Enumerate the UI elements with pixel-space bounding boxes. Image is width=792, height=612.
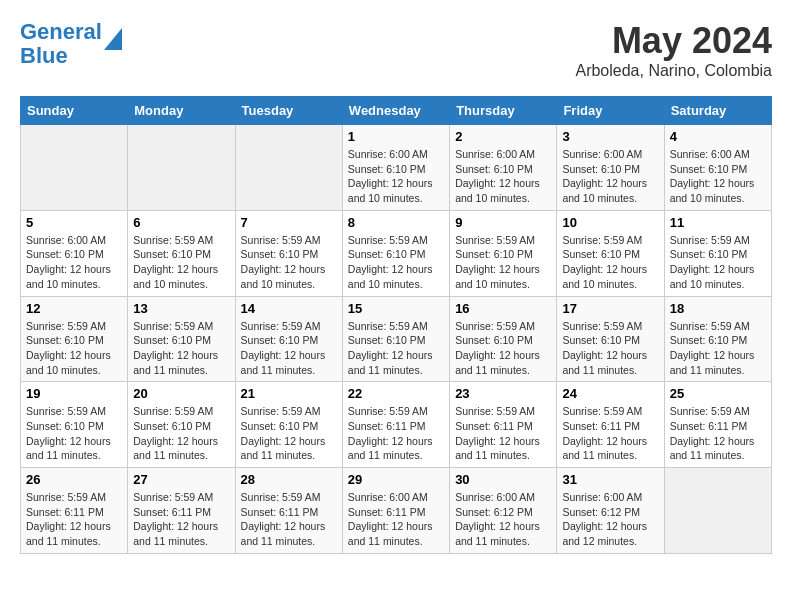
day-info: Sunrise: 5:59 AMSunset: 6:11 PMDaylight:… — [241, 490, 337, 549]
calendar-cell: 22Sunrise: 5:59 AMSunset: 6:11 PMDayligh… — [342, 382, 449, 468]
weekday-header: Sunday — [21, 97, 128, 125]
day-info: Sunrise: 5:59 AMSunset: 6:10 PMDaylight:… — [241, 319, 337, 378]
day-info: Sunrise: 5:59 AMSunset: 6:10 PMDaylight:… — [670, 233, 766, 292]
logo-bird-icon — [104, 28, 122, 50]
calendar-cell: 21Sunrise: 5:59 AMSunset: 6:10 PMDayligh… — [235, 382, 342, 468]
calendar-cell: 13Sunrise: 5:59 AMSunset: 6:10 PMDayligh… — [128, 296, 235, 382]
day-number: 25 — [670, 386, 766, 401]
calendar-cell: 5Sunrise: 6:00 AMSunset: 6:10 PMDaylight… — [21, 210, 128, 296]
day-info: Sunrise: 5:59 AMSunset: 6:10 PMDaylight:… — [562, 233, 658, 292]
page-header: GeneralBlue May 2024 Arboleda, Narino, C… — [20, 20, 772, 80]
day-info: Sunrise: 6:00 AMSunset: 6:12 PMDaylight:… — [562, 490, 658, 549]
day-number: 16 — [455, 301, 551, 316]
day-number: 1 — [348, 129, 444, 144]
day-info: Sunrise: 6:00 AMSunset: 6:10 PMDaylight:… — [670, 147, 766, 206]
calendar-week-row: 26Sunrise: 5:59 AMSunset: 6:11 PMDayligh… — [21, 468, 772, 554]
day-number: 8 — [348, 215, 444, 230]
day-number: 9 — [455, 215, 551, 230]
calendar-cell: 11Sunrise: 5:59 AMSunset: 6:10 PMDayligh… — [664, 210, 771, 296]
day-number: 3 — [562, 129, 658, 144]
title-block: May 2024 Arboleda, Narino, Colombia — [575, 20, 772, 80]
day-info: Sunrise: 5:59 AMSunset: 6:11 PMDaylight:… — [133, 490, 229, 549]
day-info: Sunrise: 5:59 AMSunset: 6:11 PMDaylight:… — [562, 404, 658, 463]
calendar-week-row: 1Sunrise: 6:00 AMSunset: 6:10 PMDaylight… — [21, 125, 772, 211]
day-info: Sunrise: 5:59 AMSunset: 6:11 PMDaylight:… — [26, 490, 122, 549]
calendar-cell: 7Sunrise: 5:59 AMSunset: 6:10 PMDaylight… — [235, 210, 342, 296]
calendar-cell — [664, 468, 771, 554]
logo: GeneralBlue — [20, 20, 122, 68]
day-info: Sunrise: 5:59 AMSunset: 6:10 PMDaylight:… — [133, 233, 229, 292]
day-info: Sunrise: 5:59 AMSunset: 6:10 PMDaylight:… — [670, 319, 766, 378]
calendar-cell: 8Sunrise: 5:59 AMSunset: 6:10 PMDaylight… — [342, 210, 449, 296]
day-info: Sunrise: 5:59 AMSunset: 6:11 PMDaylight:… — [670, 404, 766, 463]
day-info: Sunrise: 6:00 AMSunset: 6:11 PMDaylight:… — [348, 490, 444, 549]
day-number: 27 — [133, 472, 229, 487]
day-info: Sunrise: 5:59 AMSunset: 6:10 PMDaylight:… — [455, 319, 551, 378]
calendar-cell: 2Sunrise: 6:00 AMSunset: 6:10 PMDaylight… — [450, 125, 557, 211]
day-info: Sunrise: 5:59 AMSunset: 6:10 PMDaylight:… — [562, 319, 658, 378]
day-number: 24 — [562, 386, 658, 401]
day-number: 21 — [241, 386, 337, 401]
day-info: Sunrise: 5:59 AMSunset: 6:10 PMDaylight:… — [26, 319, 122, 378]
day-info: Sunrise: 6:00 AMSunset: 6:10 PMDaylight:… — [26, 233, 122, 292]
day-info: Sunrise: 6:00 AMSunset: 6:12 PMDaylight:… — [455, 490, 551, 549]
day-number: 28 — [241, 472, 337, 487]
day-number: 19 — [26, 386, 122, 401]
day-number: 10 — [562, 215, 658, 230]
day-info: Sunrise: 5:59 AMSunset: 6:11 PMDaylight:… — [348, 404, 444, 463]
calendar-cell — [21, 125, 128, 211]
day-number: 17 — [562, 301, 658, 316]
calendar-cell: 3Sunrise: 6:00 AMSunset: 6:10 PMDaylight… — [557, 125, 664, 211]
calendar-cell — [235, 125, 342, 211]
calendar-cell: 19Sunrise: 5:59 AMSunset: 6:10 PMDayligh… — [21, 382, 128, 468]
calendar-cell: 31Sunrise: 6:00 AMSunset: 6:12 PMDayligh… — [557, 468, 664, 554]
day-info: Sunrise: 5:59 AMSunset: 6:10 PMDaylight:… — [241, 233, 337, 292]
day-info: Sunrise: 5:59 AMSunset: 6:10 PMDaylight:… — [241, 404, 337, 463]
calendar-cell: 27Sunrise: 5:59 AMSunset: 6:11 PMDayligh… — [128, 468, 235, 554]
day-info: Sunrise: 5:59 AMSunset: 6:11 PMDaylight:… — [455, 404, 551, 463]
calendar-week-row: 19Sunrise: 5:59 AMSunset: 6:10 PMDayligh… — [21, 382, 772, 468]
day-info: Sunrise: 5:59 AMSunset: 6:10 PMDaylight:… — [455, 233, 551, 292]
calendar-cell: 4Sunrise: 6:00 AMSunset: 6:10 PMDaylight… — [664, 125, 771, 211]
calendar-cell: 12Sunrise: 5:59 AMSunset: 6:10 PMDayligh… — [21, 296, 128, 382]
month-title: May 2024 — [575, 20, 772, 62]
calendar-cell: 23Sunrise: 5:59 AMSunset: 6:11 PMDayligh… — [450, 382, 557, 468]
day-info: Sunrise: 5:59 AMSunset: 6:10 PMDaylight:… — [348, 319, 444, 378]
calendar-cell: 30Sunrise: 6:00 AMSunset: 6:12 PMDayligh… — [450, 468, 557, 554]
calendar-cell: 26Sunrise: 5:59 AMSunset: 6:11 PMDayligh… — [21, 468, 128, 554]
day-number: 23 — [455, 386, 551, 401]
weekday-header: Saturday — [664, 97, 771, 125]
day-info: Sunrise: 5:59 AMSunset: 6:10 PMDaylight:… — [348, 233, 444, 292]
day-info: Sunrise: 5:59 AMSunset: 6:10 PMDaylight:… — [26, 404, 122, 463]
calendar-cell: 29Sunrise: 6:00 AMSunset: 6:11 PMDayligh… — [342, 468, 449, 554]
day-number: 20 — [133, 386, 229, 401]
day-number: 6 — [133, 215, 229, 230]
weekday-header: Tuesday — [235, 97, 342, 125]
weekday-header: Friday — [557, 97, 664, 125]
day-number: 5 — [26, 215, 122, 230]
calendar-cell: 10Sunrise: 5:59 AMSunset: 6:10 PMDayligh… — [557, 210, 664, 296]
calendar-cell: 18Sunrise: 5:59 AMSunset: 6:10 PMDayligh… — [664, 296, 771, 382]
day-number: 18 — [670, 301, 766, 316]
day-number: 30 — [455, 472, 551, 487]
day-number: 26 — [26, 472, 122, 487]
calendar-cell: 1Sunrise: 6:00 AMSunset: 6:10 PMDaylight… — [342, 125, 449, 211]
day-number: 13 — [133, 301, 229, 316]
calendar-cell: 25Sunrise: 5:59 AMSunset: 6:11 PMDayligh… — [664, 382, 771, 468]
location-title: Arboleda, Narino, Colombia — [575, 62, 772, 80]
day-info: Sunrise: 5:59 AMSunset: 6:10 PMDaylight:… — [133, 319, 229, 378]
calendar-week-row: 5Sunrise: 6:00 AMSunset: 6:10 PMDaylight… — [21, 210, 772, 296]
day-number: 14 — [241, 301, 337, 316]
calendar-table: SundayMondayTuesdayWednesdayThursdayFrid… — [20, 96, 772, 554]
day-info: Sunrise: 6:00 AMSunset: 6:10 PMDaylight:… — [562, 147, 658, 206]
day-info: Sunrise: 6:00 AMSunset: 6:10 PMDaylight:… — [455, 147, 551, 206]
weekday-header: Thursday — [450, 97, 557, 125]
day-info: Sunrise: 6:00 AMSunset: 6:10 PMDaylight:… — [348, 147, 444, 206]
calendar-cell: 28Sunrise: 5:59 AMSunset: 6:11 PMDayligh… — [235, 468, 342, 554]
calendar-cell: 6Sunrise: 5:59 AMSunset: 6:10 PMDaylight… — [128, 210, 235, 296]
calendar-cell: 9Sunrise: 5:59 AMSunset: 6:10 PMDaylight… — [450, 210, 557, 296]
svg-marker-0 — [104, 28, 122, 50]
calendar-cell: 15Sunrise: 5:59 AMSunset: 6:10 PMDayligh… — [342, 296, 449, 382]
day-number: 22 — [348, 386, 444, 401]
calendar-cell: 17Sunrise: 5:59 AMSunset: 6:10 PMDayligh… — [557, 296, 664, 382]
